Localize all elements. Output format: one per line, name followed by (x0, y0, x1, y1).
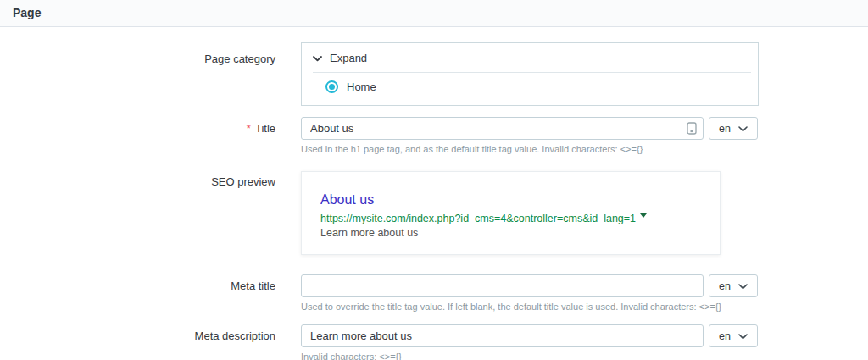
meta-description-input-wrap (301, 324, 704, 347)
meta-title-input[interactable] (301, 274, 704, 297)
meta-title-input-wrap (301, 274, 704, 297)
page-form: Page category Expand Home *Title (0, 27, 868, 360)
serp-url: https://mysite.com/index.php?id_cms=4&co… (320, 213, 636, 224)
seo-preview-panel: About us https://mysite.com/index.php?id… (301, 171, 721, 255)
row-meta-description: Meta description en Invalid characters: … (0, 324, 868, 360)
chevron-down-icon (738, 123, 748, 135)
row-seo-preview: SEO preview About us https://mysite.com/… (0, 171, 868, 255)
serp-title: About us (320, 192, 703, 208)
document-icon (687, 122, 697, 135)
row-meta-title: Meta title en Used to override the title… (0, 274, 868, 312)
radio-selected-icon[interactable] (326, 80, 338, 93)
language-code: en (719, 330, 731, 342)
chevron-down-icon (738, 330, 748, 342)
title-input[interactable] (301, 117, 704, 140)
required-asterisk: * (247, 122, 251, 135)
meta-description-language-selector[interactable]: en (709, 324, 758, 347)
meta-description-field-group: en Invalid characters: <>={} (301, 324, 758, 360)
category-tree-panel: Expand Home (301, 42, 759, 106)
url-dropdown-caret-icon (640, 213, 647, 218)
meta-title-field-group: en Used to override the title tag value.… (301, 274, 758, 312)
row-page-category: Page category Expand Home (0, 42, 868, 106)
category-option-home[interactable]: Home (302, 73, 758, 105)
meta-description-help-text: Invalid characters: <>={} (301, 352, 758, 360)
field-label-seo-preview: SEO preview (0, 171, 301, 189)
language-code: en (719, 280, 731, 292)
field-label-meta-description: Meta description (0, 324, 301, 343)
title-field-group: en Used in the h1 page tag, and as the d… (301, 117, 758, 154)
title-label-text: Title (255, 122, 275, 135)
chevron-down-icon (313, 52, 322, 64)
chevron-down-icon (738, 280, 748, 292)
title-input-wrap (301, 117, 704, 140)
field-label-title: *Title (0, 117, 301, 136)
meta-description-input[interactable] (301, 324, 704, 347)
title-help-text: Used in the h1 page tag, and as the defa… (301, 144, 758, 154)
title-language-selector[interactable]: en (709, 117, 758, 140)
serp-description: Learn more about us (320, 227, 703, 239)
language-code: en (719, 123, 731, 135)
category-expand-toggle[interactable]: Expand (302, 43, 758, 72)
meta-title-language-selector[interactable]: en (709, 274, 758, 297)
category-expand-label: Expand (330, 52, 367, 64)
field-label-meta-title: Meta title (0, 274, 301, 293)
row-title: *Title en Used in the h1 page tag, and a… (0, 117, 868, 154)
serp-url-line: https://mysite.com/index.php?id_cms=4&co… (320, 213, 703, 224)
field-label-page-category: Page category (0, 42, 301, 66)
meta-title-help-text: Used to override the title tag value. If… (301, 302, 758, 312)
category-option-label: Home (347, 80, 376, 93)
panel-title: Page (0, 0, 868, 27)
